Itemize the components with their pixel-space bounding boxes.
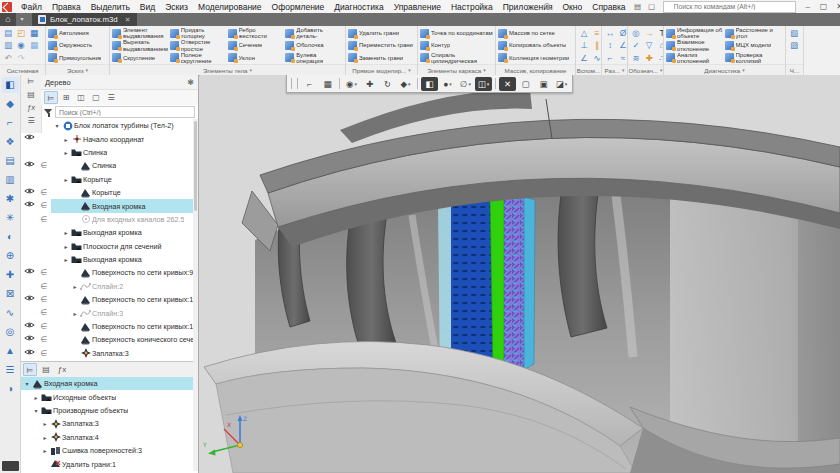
tree-scrollbar[interactable] bbox=[193, 119, 198, 471]
menu-item-6[interactable]: Оформление bbox=[267, 2, 330, 12]
inspection-set-icon[interactable]: ⊕ bbox=[2, 248, 19, 264]
ribbon-button[interactable]: Коллекция геометрии bbox=[498, 52, 573, 64]
render-mode-button[interactable]: ●▾ bbox=[439, 77, 456, 91]
tree-item[interactable]: ∈ Корытце bbox=[21, 186, 193, 199]
tree-item[interactable]: ∈▸Сплайн:2 bbox=[21, 280, 193, 293]
hide-objects-button[interactable]: ∅▾ bbox=[457, 77, 474, 91]
ribbon-icon-button[interactable]: ✓ bbox=[630, 39, 642, 51]
minimize-button[interactable]: – bbox=[800, 2, 816, 11]
surfaces-set-icon[interactable]: ◆ bbox=[2, 96, 19, 112]
sheet-metal-set-icon[interactable]: ❖ bbox=[2, 134, 19, 150]
expand-arrow-icon[interactable]: ▸ bbox=[62, 149, 70, 156]
tree-item[interactable]: ∈▸Сплайн:3 bbox=[21, 306, 193, 319]
measure-set-icon[interactable]: ◎ bbox=[2, 324, 19, 340]
ribbon-icon-button[interactable]: ⊥ bbox=[578, 39, 590, 51]
subtree-tab[interactable]: ⊨ bbox=[23, 363, 37, 376]
expand-arrow-icon[interactable]: ▾ bbox=[23, 380, 31, 387]
ribbon-button[interactable]: Удалить грани bbox=[348, 27, 415, 39]
ribbon-button[interactable]: Прямоугольник bbox=[48, 52, 107, 64]
sketch-set-icon[interactable]: ⌐ bbox=[2, 115, 19, 131]
expand-arrow-icon[interactable]: ▸ bbox=[32, 394, 40, 401]
expand-arrow-icon[interactable]: ▸ bbox=[71, 310, 79, 317]
filter-icon[interactable] bbox=[44, 108, 53, 117]
menu-item-3[interactable]: Вид bbox=[135, 2, 160, 12]
visibility-eye-icon[interactable] bbox=[21, 132, 37, 145]
tab-close-icon[interactable]: ✕ bbox=[125, 16, 131, 24]
tree-item[interactable]: ▸Заплатка:3 bbox=[21, 417, 193, 430]
tree-groups-icon[interactable]: ▢ bbox=[89, 91, 103, 104]
ribbon-group-label[interactable]: Раз...▾ bbox=[602, 64, 627, 75]
variables-tab[interactable]: ƒx bbox=[22, 101, 40, 114]
visibility-eye-icon[interactable] bbox=[21, 347, 37, 360]
ribbon-icon-button[interactable]: ◉ bbox=[15, 39, 27, 51]
window-zero-icon[interactable]: ▢ bbox=[645, 2, 659, 11]
ribbon-group-label[interactable]: Элементы тела▾ bbox=[110, 64, 345, 75]
ribbon-button[interactable]: Взаимное отклонение bbox=[666, 39, 725, 51]
ribbon-button[interactable]: Полное скругление bbox=[170, 52, 228, 64]
ribbon-icon-button[interactable]: ▦ bbox=[28, 39, 40, 51]
ribbon-icon-button[interactable]: ▤ bbox=[2, 27, 14, 39]
ribbon-button[interactable]: Элемент выдавливания bbox=[112, 27, 170, 39]
command-search-input[interactable] bbox=[663, 1, 796, 13]
blade-edge-cyan-right[interactable] bbox=[524, 197, 535, 370]
ribbon-icon-button[interactable]: ≋ bbox=[630, 52, 642, 64]
expand-arrow-icon[interactable]: ▸ bbox=[62, 136, 70, 143]
ribbon-icon-button[interactable]: ◰ bbox=[15, 27, 27, 39]
ribbon-button[interactable]: МЦХ модели bbox=[725, 39, 784, 51]
app-logo-icon[interactable] bbox=[2, 2, 12, 12]
zoom-button[interactable]: ◉▾ bbox=[343, 77, 360, 91]
ribbon-icon-button[interactable]: ↔ bbox=[604, 27, 616, 39]
pan-button[interactable]: ✚ bbox=[361, 77, 378, 91]
expand-arrow-icon[interactable]: ▾ bbox=[53, 122, 61, 129]
visibility-eye-icon[interactable] bbox=[21, 159, 37, 172]
expand-arrow-icon[interactable]: ▸ bbox=[41, 447, 49, 454]
ribbon-icon-button[interactable]: ≡ bbox=[591, 27, 601, 39]
tree-relations-icon[interactable]: ◫ bbox=[74, 91, 88, 104]
ribbon-icon-button[interactable]: ∴ bbox=[656, 52, 663, 64]
ribbon-icon-button[interactable]: ✚ bbox=[643, 52, 655, 64]
ribbon-button[interactable]: Контур bbox=[420, 39, 493, 51]
menu-item-8[interactable]: Управление bbox=[389, 2, 446, 12]
tree-item[interactable]: ∈ Заплатка:3 bbox=[21, 347, 193, 360]
ribbon-button[interactable]: Оболочка bbox=[285, 39, 343, 51]
charts-set-icon[interactable]: ▲ bbox=[2, 343, 19, 359]
ribbon-icon-button[interactable]: → bbox=[643, 27, 655, 39]
ribbon-button[interactable]: Переместить грани bbox=[348, 39, 415, 51]
visibility-eye-icon[interactable] bbox=[21, 293, 37, 306]
ribbon-group-label[interactable]: Массив, копирование bbox=[496, 64, 575, 75]
menu-item-5[interactable]: Моделирование bbox=[193, 2, 267, 12]
ribbon-icon-button[interactable]: ▽ bbox=[643, 39, 655, 51]
components-button[interactable]: ▦ bbox=[319, 77, 336, 91]
ribbon-icon-button[interactable]: ◎ bbox=[630, 27, 642, 39]
box-mode-button[interactable]: ▢ bbox=[517, 77, 534, 91]
orientation-button[interactable]: ◆▾ bbox=[397, 77, 414, 91]
tree-item[interactable]: ▸Спинка bbox=[21, 146, 193, 159]
ribbon-icon-button[interactable]: ∠ bbox=[578, 52, 590, 64]
subparams-tab[interactable]: ▤ bbox=[39, 363, 53, 376]
menu-item-2[interactable]: Выделить bbox=[86, 2, 135, 12]
ribbon-button[interactable]: Вырезать выдавливанием bbox=[112, 39, 170, 51]
home-dropdown-icon[interactable]: ▾ bbox=[16, 13, 28, 26]
tree-item[interactable]: ▸Заплатка:4 bbox=[21, 431, 193, 444]
tree-item[interactable]: ▸Исходные объекты bbox=[21, 390, 193, 403]
document-tab[interactable]: Блок_лопаток.m3d ✕ bbox=[32, 13, 137, 26]
ribbon-button[interactable]: Булева операция bbox=[285, 52, 343, 64]
menu-item-7[interactable]: Диагностика bbox=[329, 2, 388, 12]
tree-item[interactable]: ▸Корытце bbox=[21, 173, 193, 186]
ribbon-button[interactable]: Автолиния bbox=[48, 27, 107, 39]
parameters-tab[interactable]: ▤ bbox=[22, 88, 40, 101]
expand-arrow-icon[interactable]: ▸ bbox=[41, 420, 49, 427]
ribbon-icon-button[interactable]: T bbox=[656, 27, 663, 39]
ribbon-icon-button[interactable]: ⌐ bbox=[604, 52, 616, 64]
ribbon-button[interactable]: Расстояние и угол bbox=[725, 27, 784, 39]
add-set-icon[interactable]: ✚ bbox=[2, 267, 19, 283]
ribbon-button[interactable]: Заменить грани bbox=[348, 52, 415, 64]
display-mode-button[interactable]: ◧ bbox=[421, 77, 438, 91]
ribbon-button[interactable]: Придать толщину bbox=[170, 27, 228, 39]
box-check-mode-button[interactable]: ▣ bbox=[535, 77, 552, 91]
ribbon-group-label[interactable]: Обознач...▾ bbox=[628, 64, 663, 75]
ribbon-button[interactable]: Анализ отклонений bbox=[666, 52, 725, 64]
menu-item-1[interactable]: Правка bbox=[47, 2, 86, 12]
frames-set-icon[interactable]: ▤ bbox=[2, 153, 19, 169]
tree-search-input[interactable] bbox=[55, 106, 195, 118]
